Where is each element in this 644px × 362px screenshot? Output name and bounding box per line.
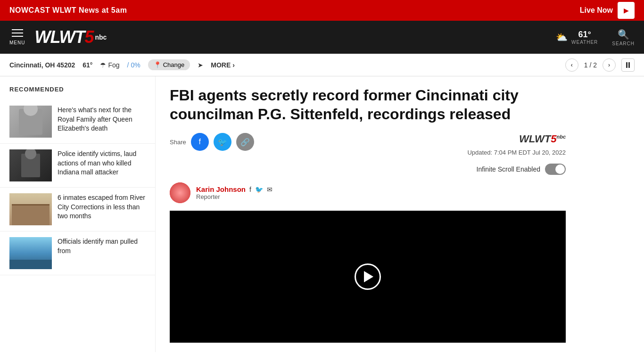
location-bar: Cincinnati, OH 45202 61° ☂ Fog / 0% 📍 Ch… [0,54,644,76]
precip-row: / 0% [127,61,140,69]
author-twitter-icon[interactable]: 🐦 [255,186,263,193]
infinite-scroll-row: Infinite Scroll Enabled [170,164,566,175]
toggle-knob [555,165,565,174]
sidebar-item-4[interactable]: Officials identify man pulled from [0,231,155,275]
share-row: Share f 🐦 🔗 [170,133,254,151]
weather-condition: ☂ Fog [100,61,119,69]
breaking-banner: NOWCAST WLWT News at 5am Live Now ▶ [0,0,644,21]
precip-slash: / [127,61,129,69]
update-time: Updated: 7:04 PM EDT Jul 20, 2022 [467,149,566,156]
sidebar-thumb-3 [9,193,52,225]
weather-info: 61° WEATHER [571,30,598,45]
author-avatar [170,182,190,203]
author-email-icon[interactable]: ✉ [267,186,272,193]
sidebar-item-text-1: Here's what's next for the Royal Family … [58,106,146,138]
sidebar-thumb-1 [9,106,52,138]
sidebar-item-title-1: Here's what's next for the Royal Family … [58,106,146,133]
article-meta: Share f 🐦 🔗 WLWT5nbc Updated: 7:04 PM ED… [170,133,566,156]
sidebar-item-text-2: Police identify victims, laud actions of… [58,149,146,181]
weather-icon: ⛅ [556,32,568,43]
more-button[interactable]: MORE › [211,61,235,69]
author-row: Karin Johnson f 🐦 ✉ Reporter [170,182,566,203]
infinite-scroll-toggle[interactable] [545,164,566,175]
weather-temp: 61° [571,30,598,40]
location-pin-icon: 📍 [154,61,161,68]
search-icon: 🔍 [618,29,629,40]
article-area: FBI agents secretly record former Cincin… [156,76,580,352]
sidebar-item-text-4: Officials identify man pulled from [58,237,146,269]
copy-link-button[interactable]: 🔗 [236,133,254,151]
header-right: ⛅ 61° WEATHER 🔍 SEARCH [556,29,635,46]
share-label: Share [170,139,186,146]
infinite-scroll-label: Infinite Scroll Enabled [477,165,540,173]
main-content: RECOMMENDED Here's what's next for the R… [0,76,644,352]
sidebar-item-title-2: Police identify victims, laud actions of… [58,149,146,177]
precip-text: 0% [131,61,140,69]
nowcast-text: NOWCAST WLWT News at 5am [9,6,127,15]
facebook-share-button[interactable]: f [191,133,209,151]
sidebar-title: RECOMMENDED [0,86,155,100]
logo-text: WLWT [34,27,84,47]
page-counter: 1 / 2 [584,61,597,69]
umbrella-icon: ☂ [100,61,106,69]
chevron-right-icon: › [232,61,235,69]
twitter-share-button[interactable]: 🐦 [214,133,231,151]
location-city: Cincinnati, OH 45202 [9,61,75,69]
site-header: MENU WLWT 5 nbc ⛅ 61° WEATHER 🔍 SEARCH [0,21,644,54]
sidebar-item-2[interactable]: Police identify victims, laud actions of… [0,144,155,188]
logo-nbc: nbc [95,33,107,41]
author-info: Karin Johnson f 🐦 ✉ Reporter [196,185,272,200]
change-location-button[interactable]: 📍 Change [148,59,190,70]
sidebar-item-1[interactable]: Here's what's next for the Royal Family … [0,100,155,144]
sidebar-thumb-2 [9,149,52,181]
author-name[interactable]: Karin Johnson [196,185,246,193]
location-right: ‹ 1 / 2 › [565,58,635,72]
video-player[interactable] [170,211,566,343]
condition-text: Fog [108,61,119,69]
menu-label: MENU [9,40,25,45]
pause-icon [626,62,630,68]
weather-widget[interactable]: ⛅ 61° WEATHER [556,30,598,45]
author-facebook-icon[interactable]: f [249,186,251,193]
live-play-button[interactable]: ▶ [618,2,635,19]
pause-button[interactable] [621,58,635,72]
header-left: MENU WLWT 5 nbc [9,27,107,47]
article-source: WLWT5nbc Updated: 7:04 PM EDT Jul 20, 20… [467,133,566,156]
menu-button[interactable]: MENU [9,29,25,45]
author-role: Reporter [196,193,272,200]
search-label: SEARCH [612,41,635,46]
location-left: Cincinnati, OH 45202 61° ☂ Fog / 0% 📍 Ch… [9,59,235,70]
live-now-button[interactable]: Live Now ▶ [580,2,635,19]
source-logo: WLWT5nbc [519,133,566,145]
weather-label: WEATHER [571,40,598,45]
site-logo[interactable]: WLWT 5 nbc [34,27,107,47]
logo-number: 5 [84,27,94,47]
search-widget[interactable]: 🔍 SEARCH [612,29,635,46]
prev-article-button[interactable]: ‹ [565,58,578,72]
gps-icon: ➤ [198,61,203,69]
article-title: FBI agents secretly record former Cincin… [170,86,566,123]
sidebar-item-3[interactable]: 6 inmates escaped from River City Correc… [0,188,155,231]
sidebar-item-title-4: Officials identify man pulled from [58,237,146,255]
sidebar: RECOMMENDED Here's what's next for the R… [0,76,156,352]
video-play-button[interactable] [355,263,381,290]
sidebar-thumb-4 [9,237,52,269]
location-temp: 61° [83,61,92,69]
next-article-button[interactable]: › [603,58,616,72]
sidebar-item-text-3: 6 inmates escaped from River City Correc… [58,193,146,225]
sidebar-item-title-3: 6 inmates escaped from River City Correc… [58,193,146,221]
play-triangle-icon [364,271,373,282]
